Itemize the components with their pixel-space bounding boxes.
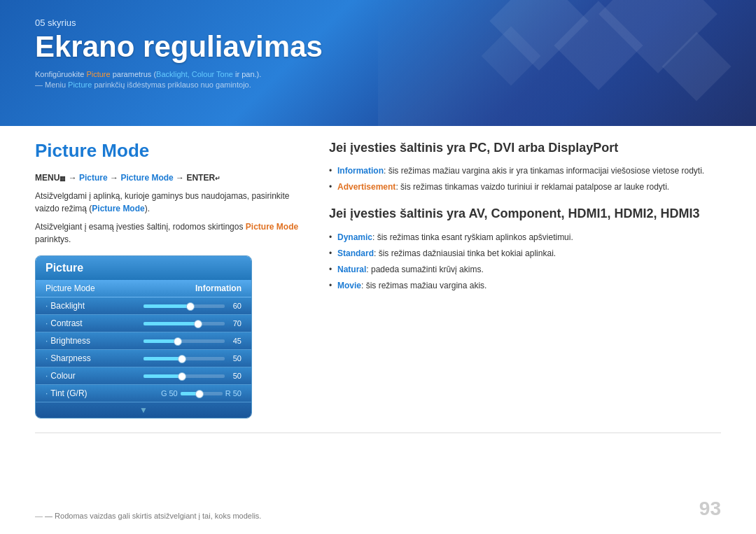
contrast-bar [144,322,225,325]
header-banner: 05 skyrius Ekrano reguliavimas Konfigūru… [0,0,756,126]
picture-mode-label: Picture Mode [46,283,195,293]
footer-divider [35,433,721,433]
sharpness-slider: 50 [144,354,241,363]
pc-dvi-bullets: Information: šis režimas mažiau vargina … [329,164,721,193]
tint-row: ·Tint (G/R) G 50 R 50 [36,385,251,402]
bullet-advertisement: Advertisement: šis režimas tinkamas vaiz… [329,181,721,193]
tint-g-value: G 50 [161,389,178,398]
page-number: 93 [699,498,721,520]
pc-dvi-heading: Jei įvesties šaltinis yra PC, DVI arba D… [329,140,721,156]
brightness-slider: 45 [144,337,241,345]
bullet-movie: Movie: šis režimas mažiau vargina akis. [329,279,721,292]
bullet-information: Information: šis režimas mažiau vargina … [329,164,721,177]
natural-keyword: Natural [337,265,366,274]
backlight-slider: 60 [144,302,241,310]
contrast-slider: 70 [144,319,241,328]
colour-value: 50 [229,372,241,380]
note1-keyword1: Picture [86,70,110,78]
main-content: Picture Mode MENU▦ → Picture → Picture M… [0,126,756,433]
header-content: 05 skyrius Ekrano reguliavimas Konfigūru… [0,0,756,99]
dynamic-keyword: Dynamic [337,232,372,242]
header-note1: Konfigūruokite Picture parametrus (Backl… [35,70,721,78]
picture-mode-row: Picture Mode Information [36,280,251,297]
bullet-standard: Standard: šis režimas dažniausiai tinka … [329,247,721,260]
menu-path: MENU▦ → Picture → Picture Mode → ENTER↵ [35,173,301,183]
standard-keyword: Standard [337,248,374,258]
contrast-row: ·Contrast 70 [36,315,251,332]
information-keyword: Information [337,166,384,176]
backlight-value: 60 [229,302,241,310]
picture-mode-section-title: Picture Mode [35,140,301,162]
picture-ui-mockup: Picture Picture Mode Information ·Backli… [35,255,252,419]
picture-ui-header: Picture [36,256,251,280]
bullet-natural: Natural: padeda sumažinti krūvį akims. [329,263,721,276]
av-hdmi-heading: Jei įvesties šaltinis yra AV, Component,… [329,206,721,222]
note1-keyword2: Backlight, Colour Tone [156,70,233,78]
tint-values: G 50 R 50 [161,389,241,398]
backlight-fill [144,304,192,308]
tint-r-value: R 50 [225,389,241,398]
sharpness-bar [144,357,225,360]
brightness-bar [144,339,225,343]
note1-prefix: Konfigūruokite [35,70,86,78]
chapter-number: 05 skyrius [35,17,721,28]
sharpness-row: ·Sharpness 50 [36,350,251,367]
colour-fill [144,374,184,378]
description1: Atsižvelgdami į aplinką, kurioje gaminys… [35,190,301,215]
footer: ― ― Rodomas vaizdas gali skirtis atsižve… [35,498,721,520]
note2-prefix: ― Meniu [35,80,68,89]
scroll-down-arrow: ▼ [36,402,251,418]
header-note2: ― Meniu Picture parinkčių išdėstymas pri… [35,80,721,89]
colour-row: ·Colour 50 [36,367,251,385]
colour-slider: 50 [144,372,241,380]
footer-dash: ― [35,512,43,520]
movie-keyword: Movie [337,281,361,290]
advertisement-keyword: Advertisement [337,182,396,192]
bullet-dynamic: Dynamic: šis režimas tinka esant ryškiam… [329,231,721,244]
picture-mode-value: Information [195,283,241,293]
tint-fill [181,392,202,395]
brightness-row: ·Brightness 45 [36,332,251,350]
footer-note-text: ― Rodomas vaizdas gali skirtis atsižvelg… [45,512,261,520]
av-hdmi-bullets: Dynamic: šis režimas tinka esant ryškiam… [329,231,721,292]
note1-middle: parametrus ( [111,70,156,78]
note2-keyword: Picture [68,80,92,89]
brightness-value: 45 [229,337,241,345]
footer-note: ― ― Rodomas vaizdas gali skirtis atsižve… [35,512,261,520]
note2-suffix: parinkčių išdėstymas priklauso nuo gamin… [92,80,251,89]
tint-bar [181,392,223,395]
right-column: Jei įvesties šaltinis yra PC, DVI arba D… [329,140,721,419]
backlight-label: ·Backlight [46,301,144,311]
tint-label: ·Tint (G/R) [46,388,161,398]
contrast-value: 70 [229,319,241,328]
contrast-fill [144,322,200,325]
contrast-label: ·Contrast [46,318,144,328]
backlight-row: ·Backlight 60 [36,297,251,315]
colour-label: ·Colour [46,371,144,381]
note1-suffix: ir pan.). [233,70,261,78]
description2: Atsižvelgiant į esamą įvesties šaltinį, … [35,220,301,246]
sharpness-label: ·Sharpness [46,353,144,363]
backlight-bar [144,304,225,308]
brightness-fill [144,339,180,343]
brightness-label: ·Brightness [46,336,144,346]
left-column: Picture Mode MENU▦ → Picture → Picture M… [35,140,301,419]
chapter-title: Ekrano reguliavimas [35,31,721,63]
colour-bar [144,374,225,378]
sharpness-fill [144,357,184,360]
sharpness-value: 50 [229,354,241,363]
